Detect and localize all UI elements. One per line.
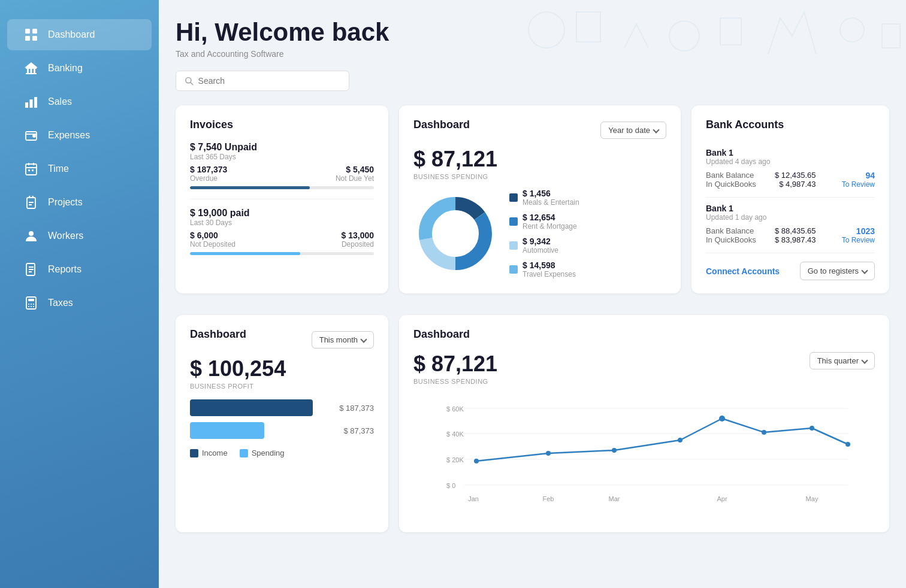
- invoices-overdue-label: Overdue: [190, 174, 227, 183]
- invoices-divider: [190, 199, 374, 199]
- sidebar-item-taxes[interactable]: Taxes: [7, 287, 152, 319]
- sidebar-item-sales[interactable]: Sales: [7, 86, 152, 117]
- data-point-5: [762, 430, 766, 435]
- invoices-overdue-amount: $ 187,373: [190, 165, 227, 174]
- bank-name-1: Bank 1: [706, 204, 875, 213]
- calc-icon: [24, 296, 38, 310]
- legend-income-label: Income: [202, 448, 228, 457]
- spending-title: Dashboard: [413, 119, 470, 131]
- svg-text:$ 0: $ 0: [446, 482, 455, 489]
- person-icon: [24, 229, 38, 243]
- sidebar-item-time[interactable]: Time: [7, 153, 152, 184]
- svg-point-26: [31, 306, 32, 307]
- bank-balance-label-1: Bank Balance In QuickBooks: [706, 226, 756, 244]
- legend-item-1: $ 12,654 Rent & Mortgage: [509, 213, 579, 231]
- spending-period-label: Year to date: [608, 126, 650, 135]
- svg-point-39: [434, 212, 477, 255]
- svg-rect-14: [26, 164, 37, 175]
- svg-rect-16: [32, 169, 34, 171]
- spending-label: BUSINESS SPENDING: [413, 173, 666, 180]
- bank-values-0: $ 12,435.65 $ 4,987.43: [775, 171, 816, 189]
- bank-review-1: 1023 To Review: [842, 226, 875, 244]
- svg-marker-9: [25, 62, 38, 68]
- spending-header: Dashboard Year to date: [413, 119, 666, 142]
- main-content: Hi, Welcome back Tax and Accounting Soft…: [159, 0, 906, 588]
- invoices-overdue-row: $ 187,373 Overdue $ 5,450 Not Due Yet: [190, 165, 374, 183]
- svg-text:May: May: [806, 495, 819, 502]
- dashboard-spending-card: Dashboard Year to date $ 87,121 BUSINESS…: [399, 105, 681, 293]
- legend-income-dot: [190, 449, 198, 457]
- review-link-0[interactable]: To Review: [842, 180, 875, 189]
- svg-rect-4: [26, 68, 37, 69]
- go-registers-button[interactable]: Go to registers: [800, 262, 875, 280]
- clipboard-icon: [24, 195, 38, 210]
- sidebar-item-dashboard[interactable]: Dashboard: [7, 19, 152, 50]
- legend-text-3: $ 14,598 Travel Expenses: [523, 260, 576, 278]
- bank-icon: [24, 61, 38, 75]
- sidebar-item-projects[interactable]: Projects: [7, 187, 152, 218]
- svg-text:$ 20K: $ 20K: [446, 456, 464, 463]
- svg-text:$ 40K: $ 40K: [446, 431, 464, 438]
- search-bar[interactable]: [176, 71, 349, 91]
- bank-updated-1: Updated 1 day ago: [706, 213, 875, 222]
- sidebar: Dashboard Banking Sales: [0, 0, 159, 588]
- chevron-down-icon: [653, 126, 659, 133]
- profit-title: Dashboard: [190, 328, 246, 341]
- svg-text:Apr: Apr: [717, 495, 727, 502]
- sidebar-label-reports: Reports: [48, 264, 81, 275]
- legend-color-2: [509, 241, 518, 250]
- line-chart-container: $ 60K $ 40K $ 20K $ 0: [413, 399, 875, 519]
- sidebar-label-sales: Sales: [48, 96, 72, 107]
- svg-text:Mar: Mar: [609, 495, 620, 502]
- bank-accounts-title: Bank Accounts: [706, 119, 875, 131]
- spending-period-dropdown[interactable]: Year to date: [600, 122, 666, 139]
- quarterly-left: Dashboard $ 87,121 BUSINESS SPENDING: [413, 328, 497, 393]
- page-subtitle: Tax and Accounting Software: [176, 49, 889, 59]
- sidebar-label-time: Time: [48, 163, 69, 174]
- sidebar-label-workers: Workers: [48, 231, 83, 241]
- invoices-deposited-progress: [190, 252, 374, 255]
- donut-chart: [413, 192, 497, 275]
- bank-values-1: $ 88,435.65 $ 83,987.43: [775, 226, 816, 244]
- calendar-icon: [24, 162, 38, 176]
- svg-rect-12: [34, 97, 37, 108]
- invoices-overdue-progress: [190, 186, 374, 189]
- legend-spending-label: Spending: [252, 448, 285, 457]
- invoices-unpaid-amount: $ 7,540 Unpaid: [190, 142, 374, 153]
- data-point-1: [546, 451, 551, 456]
- quarterly-title: Dashboard: [413, 328, 497, 341]
- sidebar-item-workers[interactable]: Workers: [7, 220, 152, 251]
- invoices-card: Invoices $ 7,540 Unpaid Last 365 Days $ …: [176, 105, 388, 293]
- chart-legend-income: Income: [190, 448, 228, 457]
- data-point-0: [474, 459, 479, 463]
- chevron-down-icon-quarterly: [861, 357, 868, 363]
- bar-income-label: $ 187,373: [339, 404, 374, 413]
- quarterly-period-dropdown[interactable]: This quarter: [810, 352, 875, 369]
- legend-color-1: [509, 217, 518, 226]
- svg-rect-17: [27, 198, 35, 208]
- search-input[interactable]: [198, 76, 340, 86]
- legend-spending-dot: [240, 449, 248, 457]
- legend-item-3: $ 14,598 Travel Expenses: [509, 260, 579, 278]
- dashboard-profit-card: Dashboard This month $ 100,254 BUSINESS …: [176, 315, 388, 532]
- svg-point-24: [33, 304, 34, 305]
- sidebar-item-expenses[interactable]: Expenses: [7, 120, 152, 151]
- quarterly-amount: $ 87,121: [413, 351, 497, 377]
- svg-text:Jan: Jan: [468, 495, 479, 502]
- invoices-paid-amount: $ 19,000 paid: [190, 208, 374, 219]
- sidebar-item-reports[interactable]: Reports: [7, 254, 152, 285]
- legend-text-1: $ 12,654 Rent & Mortgage: [523, 213, 577, 231]
- svg-rect-5: [27, 69, 29, 73]
- svg-rect-15: [28, 169, 30, 171]
- dashboard-quarterly-card: Dashboard $ 87,121 BUSINESS SPENDING Thi…: [399, 315, 889, 532]
- svg-rect-8: [26, 73, 37, 74]
- invoices-paid-period: Last 30 Days: [190, 219, 374, 227]
- profit-label: BUSINESS PROFIT: [190, 383, 374, 390]
- legend-color-0: [509, 193, 518, 202]
- invoices-deposited-row: $ 6,000 Not Deposited $ 13,000 Deposited: [190, 231, 374, 248]
- profit-period-dropdown[interactable]: This month: [312, 331, 374, 348]
- review-link-1[interactable]: To Review: [842, 236, 875, 244]
- connect-accounts-link[interactable]: Connect Accounts: [706, 266, 780, 276]
- svg-rect-0: [25, 29, 30, 34]
- sidebar-item-banking[interactable]: Banking: [7, 53, 152, 84]
